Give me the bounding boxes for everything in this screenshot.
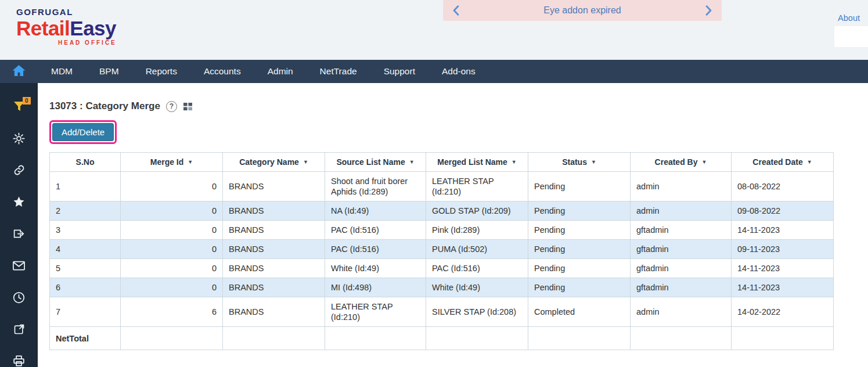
- column-header-source-list-name[interactable]: Source List Name▼: [325, 153, 426, 172]
- table-cell: 0: [121, 221, 223, 240]
- table-cell: GOLD STAP (Id:209): [426, 202, 528, 221]
- table-row[interactable]: 30BRANDSPAC (Id:516)Pink (Id:289)Pending…: [50, 221, 834, 240]
- banner-next-icon[interactable]: [705, 5, 712, 16]
- nav-item-support[interactable]: Support: [370, 60, 428, 83]
- table-cell: SILVER STAP (Id:208): [426, 297, 528, 327]
- nav-item-add-ons[interactable]: Add-ons: [428, 60, 489, 83]
- nettotal-label: NetTotal: [50, 327, 121, 350]
- sort-arrow-icon[interactable]: ▼: [188, 159, 193, 165]
- table-cell: BRANDS: [223, 297, 325, 327]
- banner-message: Eye addon expired: [543, 5, 621, 16]
- table-cell: 0: [121, 240, 223, 259]
- table-cell: Shoot and fruit borer Aphids (Id:289): [325, 172, 426, 202]
- table-row[interactable]: 20BRANDSNA (Id:49)GOLD STAP (Id:209)Pend…: [50, 202, 834, 221]
- banner-prev-icon[interactable]: [452, 5, 460, 16]
- table-cell: 09-11-2023: [732, 240, 834, 259]
- table-row[interactable]: 10BRANDSShoot and fruit borer Aphids (Id…: [50, 172, 834, 202]
- nav-item-bpm[interactable]: BPM: [86, 60, 132, 83]
- grid-icon[interactable]: [183, 102, 193, 111]
- table-cell: admin: [631, 172, 732, 202]
- page-title: 13073 : Category Merge: [49, 100, 160, 112]
- forward-icon[interactable]: [13, 228, 26, 240]
- brand-company-name: GOFRUGAL: [16, 8, 117, 16]
- column-label: Merge Id: [150, 157, 184, 167]
- table-cell: 14-02-2022: [732, 297, 834, 327]
- clock-icon[interactable]: [13, 292, 26, 304]
- category-merge-table: S.NoMerge Id▼Category Name▼Source List N…: [49, 152, 834, 350]
- sort-arrow-icon[interactable]: ▼: [702, 159, 707, 165]
- table-cell: 7: [50, 297, 121, 327]
- help-icon[interactable]: ?: [166, 101, 177, 112]
- table-cell: gftadmin: [631, 240, 732, 259]
- about-panel: [834, 26, 868, 47]
- table-row[interactable]: 50BRANDSWhite (Id:49)PAC (Id:516)Pending…: [50, 259, 834, 278]
- table-cell: MI (Id:498): [325, 278, 426, 297]
- footer-cell: [121, 327, 223, 350]
- top-header: GOFRUGAL RetailEasy HEAD OFFICE Eye addo…: [0, 0, 868, 60]
- table-cell: admin: [631, 202, 732, 221]
- table-cell: PUMA (Id:502): [426, 240, 528, 259]
- brand-tagline: HEAD OFFICE: [58, 40, 117, 46]
- table-cell: 14-11-2023: [732, 278, 834, 297]
- link-icon[interactable]: [13, 164, 26, 177]
- table-cell: gftadmin: [631, 221, 732, 240]
- table-cell: Pending: [528, 172, 631, 202]
- sort-arrow-icon[interactable]: ▼: [512, 159, 517, 165]
- title-row: 13073 : Category Merge ?: [49, 100, 868, 112]
- column-header-merge-id[interactable]: Merge Id▼: [121, 153, 223, 172]
- column-header-created-by[interactable]: Created By▼: [631, 153, 732, 172]
- column-header-merged-list-name[interactable]: Merged List Name▼: [426, 153, 528, 172]
- column-header-status[interactable]: Status▼: [528, 153, 631, 172]
- table-footer-row: NetTotal: [50, 327, 834, 350]
- left-sidebar: 0: [0, 83, 38, 367]
- brand-product-part2: Easy: [70, 17, 116, 39]
- table-cell: 0: [121, 259, 223, 278]
- footer-cell: [426, 327, 528, 350]
- printer-icon[interactable]: [13, 355, 26, 367]
- table-cell: LEATHER STAP (Id:210): [325, 297, 426, 327]
- column-label: Created By: [655, 157, 698, 167]
- sort-arrow-icon[interactable]: ▼: [591, 159, 596, 165]
- mail-icon[interactable]: [13, 260, 26, 272]
- sort-arrow-icon[interactable]: ▼: [303, 159, 308, 165]
- table-cell: PAC (Id:516): [325, 240, 426, 259]
- column-header-created-date[interactable]: Created Date▼: [732, 153, 834, 172]
- nav-item-accounts[interactable]: Accounts: [190, 60, 254, 83]
- filter-icon[interactable]: 0: [13, 100, 26, 113]
- sort-arrow-icon[interactable]: ▼: [807, 159, 812, 165]
- table-cell: BRANDS: [223, 221, 325, 240]
- column-label: Status: [562, 157, 587, 167]
- column-label: S.No: [76, 157, 95, 167]
- home-tab[interactable]: [0, 60, 38, 83]
- table-cell: gftadmin: [631, 278, 732, 297]
- table-row[interactable]: 40BRANDSPAC (Id:516)PUMA (Id:502)Pending…: [50, 240, 834, 259]
- table-header-row: S.NoMerge Id▼Category Name▼Source List N…: [50, 153, 834, 172]
- table-row[interactable]: 76BRANDSLEATHER STAP (Id:210)SILVER STAP…: [50, 297, 834, 327]
- table-cell: 0: [121, 202, 223, 221]
- table-cell: NA (Id:49): [325, 202, 426, 221]
- footer-cell: [223, 327, 325, 350]
- table-body: 10BRANDSShoot and fruit borer Aphids (Id…: [50, 172, 834, 327]
- table-row[interactable]: 60BRANDSMI (Id:498)White (Id:49)Pendingg…: [50, 278, 834, 297]
- table-cell: Pending: [528, 240, 631, 259]
- table-cell: BRANDS: [223, 202, 325, 221]
- table-cell: BRANDS: [223, 259, 325, 278]
- add-delete-button[interactable]: Add/Delete: [52, 123, 114, 141]
- nav-item-nettrade[interactable]: NetTrade: [307, 60, 370, 83]
- add-delete-highlight: Add/Delete: [49, 120, 117, 144]
- star-icon[interactable]: [13, 196, 26, 208]
- nav-item-mdm[interactable]: MDM: [38, 60, 86, 83]
- table-cell: LEATHER STAP (Id:210): [426, 172, 528, 202]
- gear-icon[interactable]: [13, 132, 26, 145]
- table-cell: gftadmin: [631, 259, 732, 278]
- nav-item-admin[interactable]: Admin: [254, 60, 307, 83]
- calendar-export-icon[interactable]: [13, 323, 26, 336]
- column-header-category-name[interactable]: Category Name▼: [223, 153, 325, 172]
- column-label: Merged List Name: [437, 157, 507, 167]
- about-link[interactable]: About: [838, 13, 860, 23]
- app-window: GOFRUGAL RetailEasy HEAD OFFICE Eye addo…: [0, 0, 868, 367]
- table-cell: BRANDS: [223, 278, 325, 297]
- sort-arrow-icon[interactable]: ▼: [409, 159, 415, 165]
- table-cell: Pending: [528, 202, 631, 221]
- nav-item-reports[interactable]: Reports: [132, 60, 190, 83]
